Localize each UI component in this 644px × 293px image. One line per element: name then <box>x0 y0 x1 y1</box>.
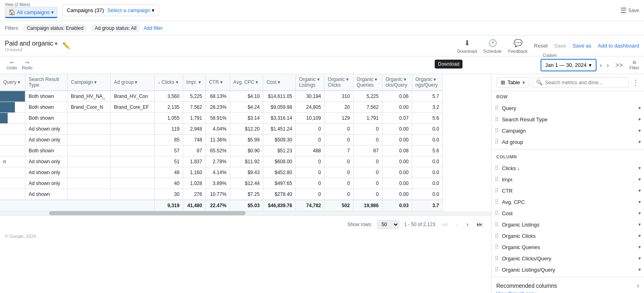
col-panel-item-organic-clicks[interactable]: ⠿Organic Clicks▾ <box>491 230 644 241</box>
row-panel-item-campaign[interactable]: ⠿Campaign▾ <box>491 125 644 136</box>
col-panel-item-clicks[interactable]: ⠿Clicks ↓▾ <box>491 162 644 174</box>
search-input[interactable] <box>545 80 625 85</box>
col-panel-item-impr.[interactable]: ⠿Impr.▾ <box>491 174 644 185</box>
campaign-cell <box>68 178 111 189</box>
save-area[interactable]: ☰ Save <box>620 6 639 15</box>
col-organic-queries[interactable]: Organic ▾Queries <box>353 74 382 91</box>
cost-cell: $497.65 <box>263 178 296 189</box>
col-clicks[interactable]: ↓ Clicks ▾ <box>155 74 183 91</box>
chevron-down-icon: ▾ <box>638 244 641 250</box>
col-avg-cpc[interactable]: Avg. CPC ▾ <box>230 74 263 91</box>
impr-cell: 1,791 <box>183 113 205 124</box>
download-button[interactable]: ⬇ Download <box>457 38 477 54</box>
edit-report-icon[interactable]: ✏️ <box>61 40 72 51</box>
row-section-title: Row <box>496 94 639 99</box>
col-ad-group[interactable]: Ad group ▾ <box>111 74 155 91</box>
drag-handle-icon: ⠿ <box>495 127 499 134</box>
avg-cpc-cell: $9.43 <box>230 167 263 178</box>
avg-cpc-cell: $7.25 <box>230 189 263 200</box>
col-panel-item-cost[interactable]: ⠿Cost▾ <box>491 208 644 219</box>
org-clicks-cell: 20 <box>324 102 353 113</box>
col-query[interactable]: Query ▾ <box>0 74 25 91</box>
campaign-selector-dropdown[interactable]: Campaigns (37) Select a campaign ▾ <box>62 4 159 16</box>
save-button[interactable]: Save <box>554 43 566 49</box>
col-panel-item-ctr[interactable]: ⠿CTR▾ <box>491 185 644 196</box>
campaign-status-filter[interactable]: Campaign status: Enabled <box>23 24 88 32</box>
row-panel-item-search-result-type[interactable]: ⠿Search Result Type▾ <box>491 114 644 125</box>
col-organic-nq[interactable]: Organic ▾ngs/Query <box>412 74 443 91</box>
filter-icon: ⚙ <box>632 60 636 65</box>
col-panel-item-organic-listings[interactable]: ⠿Organic Listings▾ <box>491 219 644 230</box>
col-panel-item-organic-listings-query[interactable]: ⠿Organic Listings/Query▾ <box>491 264 644 275</box>
chevron-down-icon: ▾ <box>638 105 641 111</box>
prev-page-button[interactable]: ‹ <box>454 220 460 229</box>
redo-icon: ↪ <box>25 60 29 65</box>
date-next-button[interactable]: › <box>605 60 611 71</box>
org-cq-cell: 0.00 <box>382 156 412 167</box>
add-to-dashboard-button[interactable]: Add to dashboard <box>598 43 639 49</box>
col-organic-listings[interactable]: Organic ▾Listings <box>295 74 324 91</box>
more-options-button[interactable]: ⋮ <box>632 78 639 87</box>
org-nq-cell: 0.0 <box>412 156 443 167</box>
view-through-conv-link[interactable]: View-through conv. <box>496 291 639 293</box>
feedback-icon: 💬 <box>513 38 523 48</box>
date-range-button[interactable]: Jan 1 — 30, 2024 ▾ <box>541 59 597 71</box>
drag-handle-icon: ⠿ <box>495 116 499 123</box>
search-box[interactable]: 🔍 <box>533 77 629 87</box>
table-row: nAd shown only511,8372.78%$11.92$608.000… <box>0 156 443 167</box>
col-organic-cq[interactable]: Organic ▾cks/Query <box>382 74 412 91</box>
clicks-cell: 3,560 <box>155 91 183 102</box>
filter-button[interactable]: ⚙ Filter <box>630 60 639 70</box>
col-panel-item-organic-clicks-query[interactable]: ⠿Organic Clicks/Query▾ <box>491 253 644 264</box>
clicks-cell: 40 <box>155 178 183 189</box>
undo-button[interactable]: ↩ Undo <box>5 59 19 71</box>
redo-button[interactable]: ↪ Redo <box>20 59 34 71</box>
next-page-button[interactable]: › <box>465 220 470 229</box>
search-result-type-cell: Ad shown only <box>25 135 68 145</box>
download-icon: ⬇ <box>462 38 472 48</box>
feedback-button[interactable]: 💬 Feedback <box>508 38 527 54</box>
campaign-cell <box>68 167 111 178</box>
col-panel-item-organic-queries[interactable]: ⠿Organic Queries▾ <box>491 241 644 253</box>
rows-per-page-select[interactable]: 102550100 <box>377 220 399 229</box>
save-icon: ☰ <box>620 6 627 15</box>
row-panel-item-query[interactable]: ⠿Query▾ <box>491 102 644 114</box>
schedule-button[interactable]: 🕐 Schedule <box>483 38 502 54</box>
table-view-button[interactable]: ⊞ Table ▾ <box>496 77 529 87</box>
col-ctr[interactable]: CTR ▾ <box>206 74 230 91</box>
drag-handle-icon: ⠿ <box>495 139 499 145</box>
col-search-result-type[interactable]: Search ResultType <box>25 74 68 91</box>
col-cost[interactable]: Cost ▾ <box>263 74 296 91</box>
all-campaigns-dropdown[interactable]: 🏠 All campaigns ▾ <box>5 7 58 18</box>
scrollbar-thumb[interactable] <box>49 211 246 215</box>
expand-button[interactable]: >> <box>615 62 623 69</box>
col-panel-item-avg.-cpc[interactable]: ⠿Avg. CPC▾ <box>491 196 644 208</box>
impr-cell: 1,160 <box>183 167 205 178</box>
report-title-dropdown[interactable]: ▾ <box>55 40 58 47</box>
col-campaign[interactable]: Campaign ▾ <box>68 74 111 91</box>
org-clicks-cell: 310 <box>324 91 353 102</box>
save-as-button[interactable]: Save as <box>572 43 591 49</box>
row-panel-item-ad-group[interactable]: ⠿Ad group▾ <box>491 136 644 148</box>
ad-group-cell: Brand_Core_EF <box>111 102 155 113</box>
chevron-down-icon: ▾ <box>638 128 641 133</box>
table-area[interactable]: Query ▾ Search ResultType Campaign ▾ Ad … <box>0 74 491 293</box>
table-row: Ad shown only481,1604.14%$9.43$452.80000… <box>0 167 443 178</box>
first-page-button[interactable]: ⏮ <box>440 220 450 229</box>
impr-cell: 2,948 <box>183 124 205 135</box>
col-impr[interactable]: Impr. ▾ <box>183 74 205 91</box>
avg-cpc-cell: $3.14 <box>230 113 263 124</box>
last-page-button[interactable]: ⏭ <box>475 220 485 229</box>
query-cell <box>0 102 25 113</box>
horizontal-scrollbar[interactable] <box>0 211 491 215</box>
date-prev-button[interactable]: ‹ <box>598 60 603 71</box>
avg-cpc-cell: $5.99 <box>230 135 263 145</box>
org-nq-cell: 0.0 <box>412 178 443 189</box>
recommended-collapse-button[interactable]: › <box>637 282 639 289</box>
main-content: Query ▾ Search ResultType Campaign ▾ Ad … <box>0 74 644 293</box>
ad-group-status-filter[interactable]: Ad group status: All <box>91 24 140 32</box>
query-cell <box>0 91 25 102</box>
reset-button[interactable]: Reset <box>534 43 548 49</box>
col-organic-clicks[interactable]: Organic ▾Clicks <box>324 74 353 91</box>
add-filter-button[interactable]: Add filter <box>144 25 163 31</box>
